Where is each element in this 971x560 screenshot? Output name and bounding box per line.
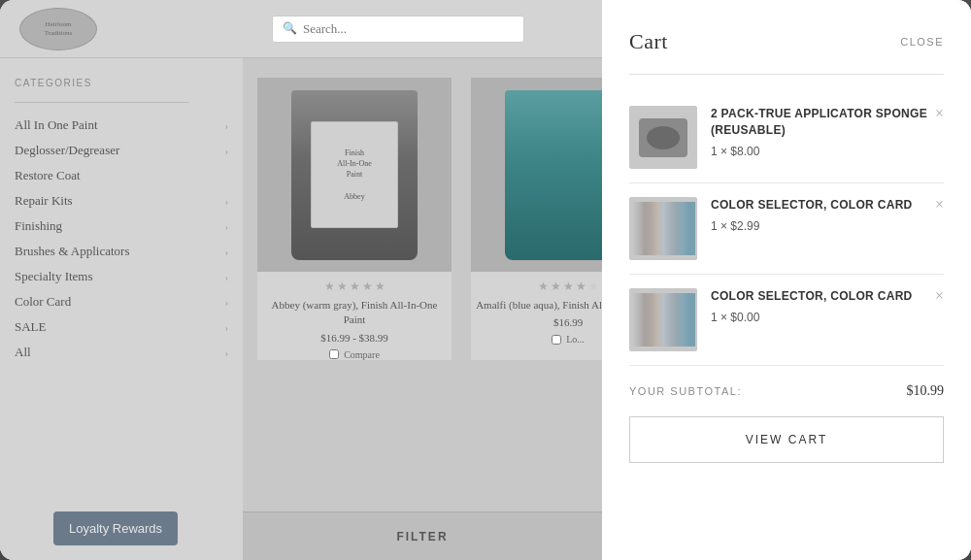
compare-label: Compare [344,349,380,360]
view-cart-button[interactable]: VIEW CART [629,416,944,463]
sidebar-item-label: All [15,345,31,360]
product-compare[interactable]: Lo... [471,334,602,345]
sidebar-item-finishing[interactable]: Finishing › [15,214,228,239]
chevron-icon: › [225,347,228,358]
cart-item-qty: 1 × [711,145,730,158]
chevron-icon: › [225,146,228,156]
product-price: $16.99 - $38.99 [257,332,452,344]
categories-label: CATEGORIES [15,78,228,88]
sidebar-item-label: Specialty Items [15,269,93,284]
filter-button[interactable]: FILTER [396,530,448,544]
cart-item-color-card-2: COLOR SELECTOR, COLOR CARD 1 × $0.00 × [629,275,944,366]
loyalty-rewards-button[interactable]: Loyalty Rewards [53,511,178,545]
paint-label: FinishAll-In-OnePaintAbbey [311,121,398,228]
cart-item-image [629,197,697,260]
product-rating: ★ ★ ★ ★ ★ [257,280,452,294]
cart-header-divider [629,74,944,75]
sidebar-item-deglosser[interactable]: Deglosser/Degreaser › [15,138,228,163]
product-price: $16.99 [471,316,602,328]
cart-item-price: $0.00 [730,311,759,324]
cart-item-details: COLOR SELECTOR, COLOR CARD 1 × $0.00 [711,288,944,324]
paint-jar: FinishAll-In-OnePaintAbbey [291,90,418,260]
cart-item-qty-price: 1 × $0.00 [711,311,944,324]
cart-item-qty: 1 × [711,219,730,233]
product-card-abbey[interactable]: FinishAll-In-OnePaintAbbey ★ ★ ★ ★ ★ Abb… [257,78,452,360]
chevron-icon: › [225,247,228,257]
cart-item-remove-button[interactable]: × [935,197,944,213]
cart-item-qty: 1 × [711,311,730,324]
products-area: FinishAll-In-OnePaintAbbey ★ ★ ★ ★ ★ Abb… [243,58,602,560]
sidebar-item-label: Deglosser/Degreaser [15,143,119,158]
cart-item-price: $2.99 [730,219,759,233]
chevron-icon: › [225,120,228,131]
cart-item-remove-button[interactable]: × [935,106,944,121]
search-bar[interactable]: 🔍 [272,16,524,43]
chevron-icon: › [225,322,228,333]
site-logo[interactable]: Heirloom Traditions [19,8,97,50]
cart-subtotal: YOUR SUBTOTAL: $10.99 [629,366,944,412]
cart-item-color-card-1: COLOR SELECTOR, COLOR CARD 1 × $2.99 × [629,183,944,275]
sidebar-item-brushes[interactable]: Brushes & Applicators › [15,239,228,264]
product-grid: FinishAll-In-OnePaintAbbey ★ ★ ★ ★ ★ Abb… [243,58,602,379]
sidebar-item-label: Finishing [15,218,62,234]
logo-text: Heirloom Traditions [45,20,73,37]
cart-item-qty-price: 1 × $2.99 [711,219,944,233]
search-icon: 🔍 [283,21,297,36]
color-card-image [632,202,695,255]
sidebar-item-all-in-one[interactable]: All In One Paint › [15,113,228,138]
product-image: FinishAll-In-OnePaintAbbey [257,78,452,272]
sidebar-item-repair[interactable]: Repair Kits › [15,188,228,214]
sidebar-item-sale[interactable]: SALE › [15,314,228,340]
cart-item-details: COLOR SELECTOR, COLOR CARD 1 × $2.99 [711,197,944,233]
cart-title: Cart [629,29,668,54]
cart-item-details: 2 PACK-TRUE APPLICATOR SPONGE (REUSABLE)… [711,106,944,158]
subtotal-label: YOUR SUBTOTAL: [629,385,742,397]
subtotal-value: $10.99 [907,383,945,399]
product-name: Abbey (warm gray), Finish All-In-One Pai… [257,298,452,328]
sidebar-item-color-card[interactable]: Color Card › [15,289,228,314]
sidebar-item-label: Repair Kits [15,193,73,209]
chevron-icon: › [225,221,228,232]
product-image [471,78,602,272]
filter-bar: FILTER [243,511,602,560]
cart-close-button[interactable]: CLOSE [900,36,944,48]
compare-checkbox[interactable] [329,349,339,359]
sidebar-item-label: Restore Coat [15,168,81,183]
browser-window: Heirloom Traditions 🔍 CATEGORIES All In … [0,0,971,560]
cart-item-image [629,288,697,351]
chevron-icon: › [225,196,228,207]
chevron-icon: › [225,297,228,308]
sidebar-divider [15,102,189,103]
teal-paint-jar [505,90,602,260]
chevron-icon: › [225,272,228,282]
compare-checkbox[interactable] [552,335,561,345]
cart-panel: Cart CLOSE 2 PACK-TRUE APPLICATOR SPONGE… [602,0,971,560]
product-name: Amalfi (blue aqua), Finish All-In-One Pa… [471,298,602,313]
sidebar-item-label: All In One Paint [15,117,98,133]
sidebar-item-label: Color Card [15,294,71,310]
cart-header: Cart CLOSE [629,29,944,54]
sidebar-item-label: SALE [15,319,47,335]
search-input[interactable] [303,21,514,37]
cart-item-price: $8.00 [730,145,759,158]
cart-item-sponge: 2 PACK-TRUE APPLICATOR SPONGE (REUSABLE)… [629,92,944,183]
cart-item-name: COLOR SELECTOR, COLOR CARD [711,197,944,214]
sponge-image [639,118,687,157]
cart-item-name: COLOR SELECTOR, COLOR CARD [711,288,944,305]
sidebar-item-label: Brushes & Applicators [15,244,129,259]
cart-item-remove-button[interactable]: × [935,288,944,304]
cart-item-name: 2 PACK-TRUE APPLICATOR SPONGE (REUSABLE) [711,106,944,139]
sidebar: CATEGORIES All In One Paint › Deglosser/… [0,58,243,560]
sidebar-item-restore[interactable]: Restore Coat [15,163,228,188]
color-card-image [632,293,695,346]
compare-label: Lo... [566,334,585,345]
product-compare[interactable]: Compare [257,349,452,360]
sidebar-item-specialty[interactable]: Specialty Items › [15,264,228,289]
sidebar-item-all[interactable]: All › [15,340,228,365]
cart-item-image [629,106,697,169]
cart-item-qty-price: 1 × $8.00 [711,145,944,158]
product-card-amalfi[interactable]: ★ ★ ★ ★ ★ Amalfi (blue aqua), Finish All… [471,78,602,360]
product-rating: ★ ★ ★ ★ ★ [471,280,602,294]
